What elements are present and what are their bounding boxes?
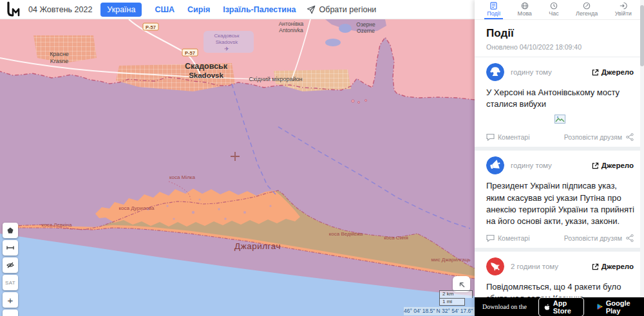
label-spit-durylova: коса Дурилова — [119, 205, 155, 211]
tab-login[interactable]: Увійти — [612, 0, 634, 19]
tab-usa[interactable]: США — [155, 5, 175, 14]
event-card: годину тому Джерело Президент України пі… — [475, 151, 644, 248]
ruler-icon — [6, 244, 14, 252]
sidebar: Події Мова Час — [475, 0, 644, 316]
comment-bubble-icon — [486, 133, 495, 141]
globe-icon — [521, 2, 529, 10]
label-district: Східний мікрорайон — [249, 76, 303, 82]
road-badge: Р-57 — [182, 49, 198, 56]
download-label: Download on the — [482, 303, 527, 310]
map-graphic: Р-57 Р-57 Антонівка Antonivka Озерне Oze… — [0, 19, 475, 316]
event-time: 2 години тому — [511, 263, 592, 270]
tab-legend[interactable]: Легенда — [573, 0, 600, 19]
source-link[interactable]: Джерело — [592, 263, 634, 270]
compass-icon — [583, 2, 591, 10]
label-spit-levkina: коса Левкіна — [42, 222, 72, 228]
svg-text:Skadovsk: Skadovsk — [216, 39, 239, 45]
label-airport: Скадовськ — [214, 33, 240, 39]
source-link[interactable]: Джерело — [592, 68, 634, 76]
rocket-icon — [486, 257, 504, 275]
apple-icon — [544, 302, 550, 311]
measure-distance-button[interactable] — [3, 240, 18, 256]
arrow-northwest-icon — [458, 281, 466, 288]
svg-text:Skadovsk: Skadovsk — [189, 71, 223, 79]
svg-text:Р-57: Р-57 — [146, 24, 156, 30]
select-regions-label: Обрати регіони — [319, 5, 377, 14]
explosion-icon — [486, 63, 504, 81]
last-updated: Оновлено 04/10/2022 18:09:40 — [486, 43, 632, 51]
select-regions-button[interactable]: Обрати регіони — [307, 5, 377, 14]
liveuamap-logo-icon[interactable] — [5, 1, 22, 18]
event-text: Президент України підписав указ, яким ск… — [486, 180, 634, 227]
zoom-in-button[interactable]: + — [3, 292, 18, 308]
scrollbar-track[interactable] — [640, 0, 644, 316]
pentagon-icon — [6, 227, 14, 234]
map-canvas[interactable]: Р-57 Р-57 Антонівка Antonivka Озерне Oze… — [0, 19, 475, 316]
event-time: годину тому — [511, 162, 592, 169]
label-spit-synia: коса Синя — [384, 235, 408, 241]
svg-text:Antonivka: Antonivka — [279, 27, 303, 33]
hide-markers-button[interactable] — [3, 257, 18, 273]
share-button[interactable]: Розповісти друзям — [564, 234, 634, 242]
comments-button[interactable]: Коментарі — [486, 133, 564, 141]
broken-image-icon — [554, 115, 566, 126]
label-cape: мис Джарилгаць — [431, 257, 471, 263]
event-text: У Херсоні на Антонівському мосту сталися… — [486, 87, 634, 110]
clock-icon — [550, 2, 558, 10]
cursor-coordinates: 46° 04' 18.5" N 32° 54' 17.6" E — [404, 307, 475, 315]
label-ozerne: Озерне — [356, 21, 375, 28]
svg-text:Ozerne: Ozerne — [357, 28, 375, 34]
topbar: 04 Жовтень 2022 Україна США Сирія Ізраїл… — [0, 0, 475, 19]
login-icon — [620, 2, 627, 10]
scale-bar-km: 2 km — [439, 290, 473, 298]
comment-bubble-icon — [486, 234, 495, 242]
svg-text:Krasne: Krasne — [50, 58, 69, 64]
panel-title: Події — [486, 27, 632, 40]
external-link-icon — [592, 162, 599, 169]
event-card: годину тому Джерело У Херсоні на Антонів… — [475, 57, 644, 147]
comments-button[interactable]: Коментарі — [486, 234, 564, 242]
liveuamap-app: 04 Жовтень 2022 Україна США Сирія Ізраїл… — [0, 0, 644, 316]
send-plane-icon — [307, 5, 316, 14]
source-link[interactable]: Джерело — [592, 162, 634, 169]
label-spit-milka: коса Мілка — [169, 174, 195, 180]
event-time: годину тому — [511, 68, 592, 76]
app-store-badge[interactable]: App Store — [538, 297, 584, 316]
external-link-icon — [592, 263, 599, 270]
share-icon — [626, 133, 634, 141]
current-date: 04 Жовтень 2022 — [28, 5, 92, 14]
sidebar-tabbar: Події Мова Час — [475, 0, 644, 20]
label-spit-vedmezha: коса Ведмежа — [329, 231, 363, 237]
tab-language[interactable]: Мова — [515, 0, 535, 19]
satellite-layer-button[interactable]: SAT — [3, 275, 18, 290]
scrollbar-thumb[interactable] — [640, 5, 644, 66]
scale-bar-mi: 1 mi — [439, 298, 465, 306]
tab-events[interactable]: Події — [484, 0, 503, 19]
external-link-icon — [592, 69, 599, 76]
tab-israel-palestine[interactable]: Ізраїль-Палестина — [223, 5, 296, 14]
tab-time[interactable]: Час — [546, 0, 562, 19]
feed-icon — [490, 2, 497, 10]
label-antonivka: Антонівка — [279, 21, 304, 27]
tab-ukraine[interactable]: Україна — [100, 3, 142, 17]
label-skadovsk-city: Скадовськ — [185, 62, 228, 71]
tab-syria[interactable]: Сирія — [187, 5, 210, 14]
share-button[interactable]: Розповісти друзям — [564, 133, 634, 141]
label-island: Джарилгач — [234, 241, 281, 251]
satellite-label: SAT — [5, 280, 15, 286]
svg-text:Р-57: Р-57 — [185, 50, 195, 56]
draw-polygon-button[interactable] — [3, 223, 18, 238]
zoom-out-button[interactable]: − — [3, 310, 18, 316]
megaphone-icon — [486, 156, 504, 174]
road-badge: Р-57 — [143, 23, 158, 30]
eye-off-icon — [6, 261, 14, 269]
google-play-icon — [597, 302, 603, 311]
panel-header: Події Оновлено 04/10/2022 18:09:40 — [475, 20, 644, 57]
lake — [339, 24, 352, 33]
app-download-bar: Download on the App Store Google Play — [475, 297, 644, 316]
airport-plane-icon: ✈ — [224, 46, 229, 52]
share-icon — [626, 234, 634, 242]
lake — [325, 39, 341, 46]
google-play-badge[interactable]: Google Play — [597, 299, 636, 315]
label-krasne: Красне — [50, 51, 69, 57]
